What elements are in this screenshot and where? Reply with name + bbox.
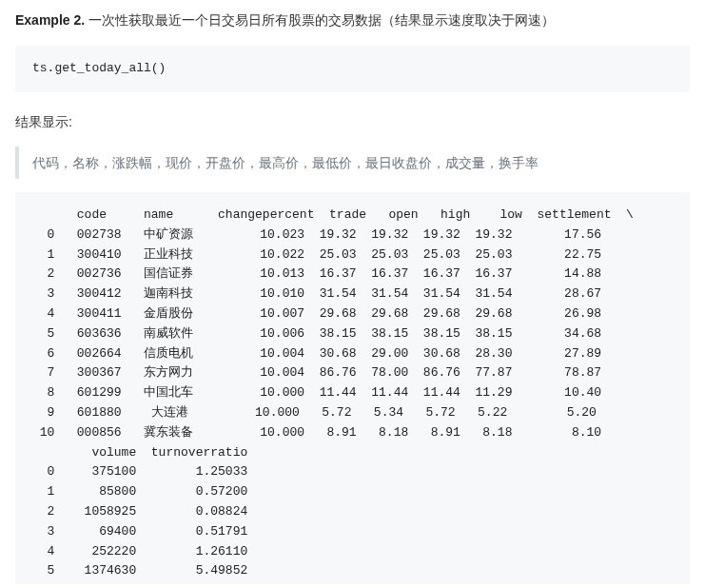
example-header: Example 2. 一次性获取最近一个日交易日所有股票的交易数据（结果显示速度… <box>0 0 705 40</box>
blockquote-text: 代码，名称，涨跌幅，现价，开盘价，最高价，最低价，最日收盘价，成交量，换手率 <box>32 155 539 170</box>
example-number: Example 2. <box>15 12 85 28</box>
code-text: ts.get_today_all() <box>32 61 166 75</box>
result-label: 结果显示: <box>0 108 705 142</box>
column-description: 代码，名称，涨跌幅，现价，开盘价，最高价，最低价，最日收盘价，成交量，换手率 <box>15 147 690 179</box>
code-block: ts.get_today_all() <box>15 46 690 92</box>
data-output: code name changepercent trade open high … <box>15 192 690 584</box>
example-desc: 一次性获取最近一个日交易日所有股票的交易数据（结果显示速度取决于网速） <box>88 12 555 28</box>
